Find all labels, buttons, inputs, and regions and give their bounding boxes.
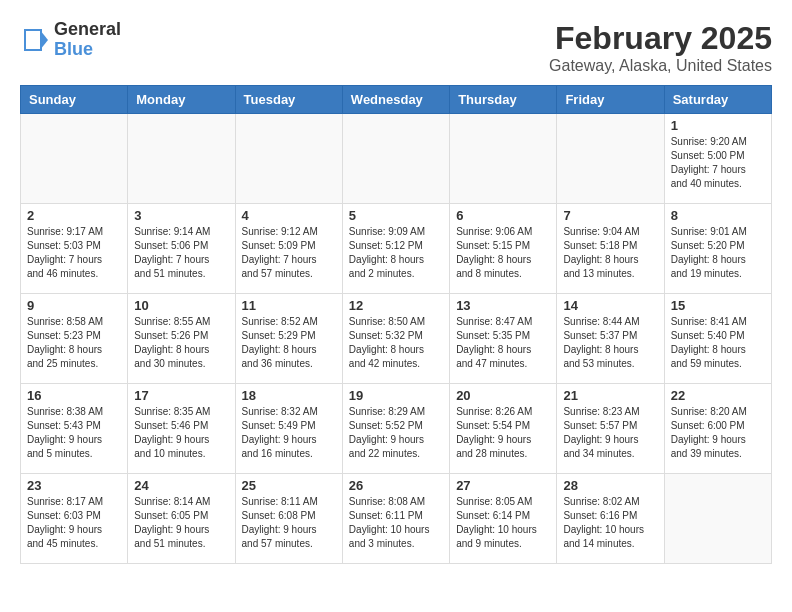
- calendar-cell: 27Sunrise: 8:05 AM Sunset: 6:14 PM Dayli…: [450, 474, 557, 564]
- day-number: 15: [671, 298, 765, 313]
- day-info: Sunrise: 9:17 AM Sunset: 5:03 PM Dayligh…: [27, 225, 121, 281]
- weekday-header-friday: Friday: [557, 86, 664, 114]
- title-area: February 2025 Gateway, Alaska, United St…: [549, 20, 772, 75]
- week-row-3: 9Sunrise: 8:58 AM Sunset: 5:23 PM Daylig…: [21, 294, 772, 384]
- day-number: 23: [27, 478, 121, 493]
- day-info: Sunrise: 9:06 AM Sunset: 5:15 PM Dayligh…: [456, 225, 550, 281]
- day-info: Sunrise: 9:09 AM Sunset: 5:12 PM Dayligh…: [349, 225, 443, 281]
- calendar-cell: 23Sunrise: 8:17 AM Sunset: 6:03 PM Dayli…: [21, 474, 128, 564]
- calendar-cell: [450, 114, 557, 204]
- day-number: 28: [563, 478, 657, 493]
- day-info: Sunrise: 8:41 AM Sunset: 5:40 PM Dayligh…: [671, 315, 765, 371]
- calendar-cell: 6Sunrise: 9:06 AM Sunset: 5:15 PM Daylig…: [450, 204, 557, 294]
- calendar-cell: 10Sunrise: 8:55 AM Sunset: 5:26 PM Dayli…: [128, 294, 235, 384]
- weekday-header-sunday: Sunday: [21, 86, 128, 114]
- day-info: Sunrise: 9:14 AM Sunset: 5:06 PM Dayligh…: [134, 225, 228, 281]
- calendar-cell: 11Sunrise: 8:52 AM Sunset: 5:29 PM Dayli…: [235, 294, 342, 384]
- calendar-cell: 8Sunrise: 9:01 AM Sunset: 5:20 PM Daylig…: [664, 204, 771, 294]
- calendar: SundayMondayTuesdayWednesdayThursdayFrid…: [20, 85, 772, 564]
- day-number: 9: [27, 298, 121, 313]
- day-info: Sunrise: 8:11 AM Sunset: 6:08 PM Dayligh…: [242, 495, 336, 551]
- day-info: Sunrise: 9:12 AM Sunset: 5:09 PM Dayligh…: [242, 225, 336, 281]
- day-number: 18: [242, 388, 336, 403]
- day-number: 20: [456, 388, 550, 403]
- location: Gateway, Alaska, United States: [549, 57, 772, 75]
- logo-icon: [20, 25, 50, 55]
- day-info: Sunrise: 8:20 AM Sunset: 6:00 PM Dayligh…: [671, 405, 765, 461]
- calendar-cell: [21, 114, 128, 204]
- calendar-cell: 25Sunrise: 8:11 AM Sunset: 6:08 PM Dayli…: [235, 474, 342, 564]
- day-info: Sunrise: 8:29 AM Sunset: 5:52 PM Dayligh…: [349, 405, 443, 461]
- day-info: Sunrise: 8:14 AM Sunset: 6:05 PM Dayligh…: [134, 495, 228, 551]
- day-number: 12: [349, 298, 443, 313]
- calendar-cell: 18Sunrise: 8:32 AM Sunset: 5:49 PM Dayli…: [235, 384, 342, 474]
- month-title: February 2025: [549, 20, 772, 57]
- calendar-cell: 17Sunrise: 8:35 AM Sunset: 5:46 PM Dayli…: [128, 384, 235, 474]
- day-number: 3: [134, 208, 228, 223]
- calendar-cell: [235, 114, 342, 204]
- header: General Blue February 2025 Gateway, Alas…: [20, 20, 772, 75]
- weekday-header-wednesday: Wednesday: [342, 86, 449, 114]
- calendar-cell: 7Sunrise: 9:04 AM Sunset: 5:18 PM Daylig…: [557, 204, 664, 294]
- day-number: 14: [563, 298, 657, 313]
- day-number: 8: [671, 208, 765, 223]
- calendar-cell: 19Sunrise: 8:29 AM Sunset: 5:52 PM Dayli…: [342, 384, 449, 474]
- calendar-cell: 13Sunrise: 8:47 AM Sunset: 5:35 PM Dayli…: [450, 294, 557, 384]
- day-number: 24: [134, 478, 228, 493]
- day-info: Sunrise: 8:02 AM Sunset: 6:16 PM Dayligh…: [563, 495, 657, 551]
- day-info: Sunrise: 8:52 AM Sunset: 5:29 PM Dayligh…: [242, 315, 336, 371]
- week-row-1: 1Sunrise: 9:20 AM Sunset: 5:00 PM Daylig…: [21, 114, 772, 204]
- calendar-cell: 21Sunrise: 8:23 AM Sunset: 5:57 PM Dayli…: [557, 384, 664, 474]
- logo: General Blue: [20, 20, 121, 60]
- day-info: Sunrise: 9:04 AM Sunset: 5:18 PM Dayligh…: [563, 225, 657, 281]
- day-number: 21: [563, 388, 657, 403]
- weekday-header-saturday: Saturday: [664, 86, 771, 114]
- calendar-cell: 12Sunrise: 8:50 AM Sunset: 5:32 PM Dayli…: [342, 294, 449, 384]
- day-info: Sunrise: 8:08 AM Sunset: 6:11 PM Dayligh…: [349, 495, 443, 551]
- day-number: 5: [349, 208, 443, 223]
- calendar-cell: 9Sunrise: 8:58 AM Sunset: 5:23 PM Daylig…: [21, 294, 128, 384]
- day-number: 2: [27, 208, 121, 223]
- day-number: 22: [671, 388, 765, 403]
- day-number: 17: [134, 388, 228, 403]
- day-number: 16: [27, 388, 121, 403]
- calendar-cell: 14Sunrise: 8:44 AM Sunset: 5:37 PM Dayli…: [557, 294, 664, 384]
- weekday-header-tuesday: Tuesday: [235, 86, 342, 114]
- calendar-cell: 1Sunrise: 9:20 AM Sunset: 5:00 PM Daylig…: [664, 114, 771, 204]
- day-info: Sunrise: 8:23 AM Sunset: 5:57 PM Dayligh…: [563, 405, 657, 461]
- day-number: 26: [349, 478, 443, 493]
- day-info: Sunrise: 8:38 AM Sunset: 5:43 PM Dayligh…: [27, 405, 121, 461]
- week-row-5: 23Sunrise: 8:17 AM Sunset: 6:03 PM Dayli…: [21, 474, 772, 564]
- week-row-4: 16Sunrise: 8:38 AM Sunset: 5:43 PM Dayli…: [21, 384, 772, 474]
- calendar-cell: 5Sunrise: 9:09 AM Sunset: 5:12 PM Daylig…: [342, 204, 449, 294]
- day-number: 4: [242, 208, 336, 223]
- day-number: 11: [242, 298, 336, 313]
- calendar-cell: 22Sunrise: 8:20 AM Sunset: 6:00 PM Dayli…: [664, 384, 771, 474]
- logo-text: General Blue: [54, 20, 121, 60]
- weekday-header-row: SundayMondayTuesdayWednesdayThursdayFrid…: [21, 86, 772, 114]
- day-info: Sunrise: 8:44 AM Sunset: 5:37 PM Dayligh…: [563, 315, 657, 371]
- calendar-cell: 2Sunrise: 9:17 AM Sunset: 5:03 PM Daylig…: [21, 204, 128, 294]
- day-info: Sunrise: 9:01 AM Sunset: 5:20 PM Dayligh…: [671, 225, 765, 281]
- day-info: Sunrise: 8:17 AM Sunset: 6:03 PM Dayligh…: [27, 495, 121, 551]
- logo-general: General: [54, 20, 121, 40]
- week-row-2: 2Sunrise: 9:17 AM Sunset: 5:03 PM Daylig…: [21, 204, 772, 294]
- calendar-cell: 4Sunrise: 9:12 AM Sunset: 5:09 PM Daylig…: [235, 204, 342, 294]
- day-number: 19: [349, 388, 443, 403]
- day-info: Sunrise: 8:05 AM Sunset: 6:14 PM Dayligh…: [456, 495, 550, 551]
- calendar-cell: 16Sunrise: 8:38 AM Sunset: 5:43 PM Dayli…: [21, 384, 128, 474]
- calendar-cell: [342, 114, 449, 204]
- day-number: 27: [456, 478, 550, 493]
- calendar-cell: 26Sunrise: 8:08 AM Sunset: 6:11 PM Dayli…: [342, 474, 449, 564]
- calendar-cell: 20Sunrise: 8:26 AM Sunset: 5:54 PM Dayli…: [450, 384, 557, 474]
- logo-blue: Blue: [54, 40, 121, 60]
- day-info: Sunrise: 9:20 AM Sunset: 5:00 PM Dayligh…: [671, 135, 765, 191]
- day-number: 13: [456, 298, 550, 313]
- calendar-cell: 24Sunrise: 8:14 AM Sunset: 6:05 PM Dayli…: [128, 474, 235, 564]
- weekday-header-thursday: Thursday: [450, 86, 557, 114]
- day-number: 10: [134, 298, 228, 313]
- day-info: Sunrise: 8:47 AM Sunset: 5:35 PM Dayligh…: [456, 315, 550, 371]
- calendar-cell: [557, 114, 664, 204]
- day-number: 25: [242, 478, 336, 493]
- calendar-cell: 28Sunrise: 8:02 AM Sunset: 6:16 PM Dayli…: [557, 474, 664, 564]
